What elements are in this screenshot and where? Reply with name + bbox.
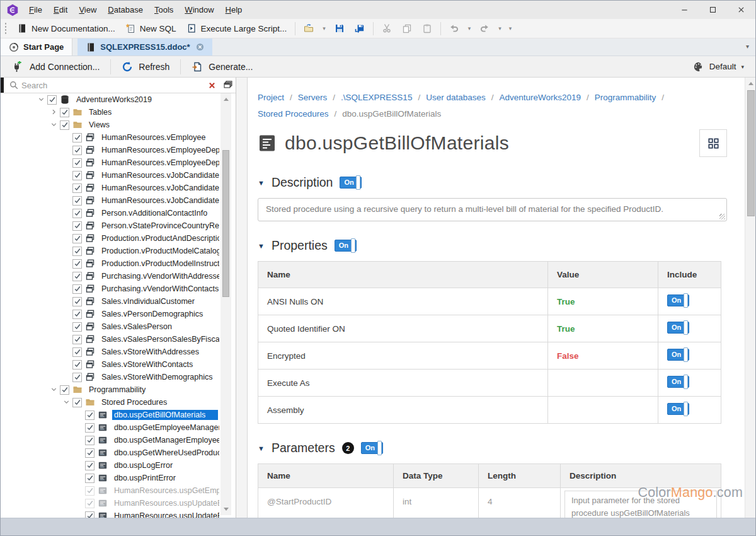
tree-item[interactable]: Person.vStateProvinceCountryRegion	[1, 219, 219, 232]
tree-item[interactable]: Stored Procedures	[1, 396, 219, 409]
tree-checkbox[interactable]	[72, 146, 82, 155]
tree-checkbox[interactable]	[72, 398, 82, 407]
tree-item[interactable]: dbo.uspLogError	[1, 459, 219, 472]
close-button[interactable]	[727, 1, 755, 19]
tree-checkbox[interactable]	[47, 95, 57, 105]
tree-item[interactable]: AdventureWorks2019	[1, 93, 219, 106]
tree-checkbox[interactable]	[85, 461, 94, 470]
tree-item[interactable]: dbo.uspGetManagerEmployees	[1, 434, 219, 446]
new-sql-button[interactable]: New SQL	[120, 20, 181, 37]
tree-scrollbar-thumb[interactable]	[222, 150, 229, 297]
scroll-down-icon[interactable]	[220, 504, 231, 514]
execute-large-script-button[interactable]: Execute Large Script...	[181, 20, 292, 37]
minimize-button[interactable]	[670, 1, 699, 19]
tree-item[interactable]: Sales.vStoreWithAddresses	[1, 346, 219, 358]
tab-start-page[interactable]: Start Page	[1, 38, 72, 55]
tree-item[interactable]: Purchasing.vVendorWithAddresses	[1, 270, 219, 283]
collapse-triangle-icon[interactable]	[258, 445, 265, 452]
theme-selector[interactable]: Default ▾	[685, 61, 752, 73]
dropdown-caret-icon[interactable]: ▾	[495, 25, 505, 32]
copy-button[interactable]	[397, 20, 417, 37]
tree-checkbox[interactable]	[72, 272, 82, 281]
tree-item[interactable]: Programmability	[1, 383, 219, 396]
tree-checkbox[interactable]	[85, 486, 94, 496]
tree-checkbox[interactable]	[85, 511, 94, 518]
panel-splitter[interactable]	[236, 78, 248, 518]
tree-checkbox[interactable]	[72, 335, 82, 344]
main-scrollbar-thumb[interactable]	[747, 90, 755, 216]
tree-checkbox[interactable]	[72, 171, 82, 180]
tree-checkbox[interactable]	[72, 284, 82, 294]
menu-item-database[interactable]: Database	[102, 1, 149, 19]
menu-item-view[interactable]: View	[73, 1, 102, 19]
tree-item[interactable]: HumanResources.uspUpdateEmploy...	[1, 497, 219, 510]
tree-item[interactable]: HumanResources.vJobCandidate	[1, 169, 219, 182]
tree-item[interactable]: HumanResources.vEmployeeDepartme...	[1, 156, 219, 169]
tree-checkbox[interactable]	[72, 247, 82, 256]
breadcrumb-link[interactable]: Project	[258, 91, 284, 105]
scroll-up-icon[interactable]	[220, 95, 231, 104]
refresh-button[interactable]: Refresh	[113, 57, 178, 76]
breadcrumb-link[interactable]: User databases	[426, 91, 486, 105]
tree-item[interactable]: dbo.uspGetWhereUsedProductID	[1, 446, 219, 459]
menu-item-tools[interactable]: Tools	[149, 1, 179, 19]
include-toggle[interactable]: On	[667, 322, 689, 334]
tree-checkbox[interactable]	[85, 448, 94, 458]
scroll-up-icon[interactable]	[745, 79, 756, 88]
tree-checkbox[interactable]	[60, 385, 69, 395]
menu-item-edit[interactable]: Edit	[48, 1, 73, 19]
tree-item[interactable]: dbo.uspGetBillOfMaterials	[1, 409, 219, 421]
tree-checkbox[interactable]	[72, 297, 82, 306]
tree-item[interactable]: Sales.vStoreWithDemographics	[1, 371, 219, 383]
tab-close-icon[interactable]	[196, 43, 204, 51]
resize-grip-icon[interactable]	[719, 214, 725, 219]
open-file-button[interactable]	[299, 20, 319, 37]
tree-item[interactable]: Production.vProductModelCatalogDescr...	[1, 245, 219, 257]
undo-button[interactable]	[444, 20, 464, 37]
include-toggle[interactable]: On	[667, 349, 689, 361]
dropdown-caret-icon[interactable]: ▾	[505, 25, 516, 32]
tree-item[interactable]: HumanResources.uspGetEmployees...	[1, 484, 219, 497]
tree-checkbox[interactable]	[85, 436, 94, 445]
tree-checkbox[interactable]	[72, 221, 82, 231]
tree-checkbox[interactable]	[85, 423, 94, 433]
tree-item[interactable]: Purchasing.vVendorWithContacts	[1, 283, 219, 295]
tree-item[interactable]: Sales.vIndividualCustomer	[1, 295, 219, 308]
tree-checkbox[interactable]	[60, 108, 69, 117]
chevron-down-icon[interactable]	[50, 385, 59, 395]
tree-checkbox[interactable]	[72, 133, 82, 143]
collapse-triangle-icon[interactable]	[258, 242, 265, 250]
tree-checkbox[interactable]	[85, 411, 94, 420]
maximize-button[interactable]	[699, 1, 727, 19]
tree-item[interactable]: Sales.vSalesPersonSalesByFiscalYears	[1, 333, 219, 346]
tree-checkbox[interactable]	[72, 158, 82, 168]
breadcrumb-link[interactable]: Servers	[298, 91, 328, 105]
chevron-right-icon[interactable]	[50, 108, 59, 117]
main-scrollbar[interactable]	[745, 78, 756, 518]
tree-item[interactable]: Person.vAdditionalContactInfo	[1, 207, 219, 219]
tab-sqlexpress15-ddoc-[interactable]: SQLEXPRESS15.ddoc*	[77, 38, 212, 55]
tree-item[interactable]: dbo.uspGetEmployeeManagers	[1, 421, 219, 434]
breadcrumb-link[interactable]: .\SQLEXPRESS15	[341, 91, 412, 105]
description-input[interactable]: Stored procedure using a recursive query…	[258, 198, 727, 221]
tree-item[interactable]: Sales.vSalesPerson	[1, 320, 219, 333]
include-toggle[interactable]: On	[667, 376, 689, 388]
include-toggle[interactable]: On	[667, 403, 689, 415]
tree-item[interactable]: Production.vProductModelInstructions	[1, 257, 219, 270]
redo-button[interactable]	[474, 20, 495, 37]
menu-item-window[interactable]: Window	[179, 1, 219, 19]
tree-item[interactable]: HumanResources.vJobCandidateEduca...	[1, 182, 219, 194]
menu-item-help[interactable]: Help	[220, 1, 248, 19]
breadcrumb-link[interactable]: AdventureWorks2019	[499, 91, 581, 105]
tree-checkbox[interactable]	[85, 474, 94, 483]
include-toggle[interactable]: On	[667, 294, 689, 306]
dropdown-caret-icon[interactable]: ▾	[464, 25, 475, 32]
save-button[interactable]	[329, 20, 350, 37]
add-connection-button[interactable]: Add Connection...	[4, 57, 108, 76]
tree-checkbox[interactable]	[60, 120, 69, 130]
chevron-down-icon[interactable]	[62, 398, 72, 407]
tree-checkbox[interactable]	[72, 360, 82, 370]
tree-item[interactable]: dbo.uspPrintError	[1, 472, 219, 484]
tree-checkbox[interactable]	[72, 234, 82, 243]
tree-checkbox[interactable]	[72, 196, 82, 206]
